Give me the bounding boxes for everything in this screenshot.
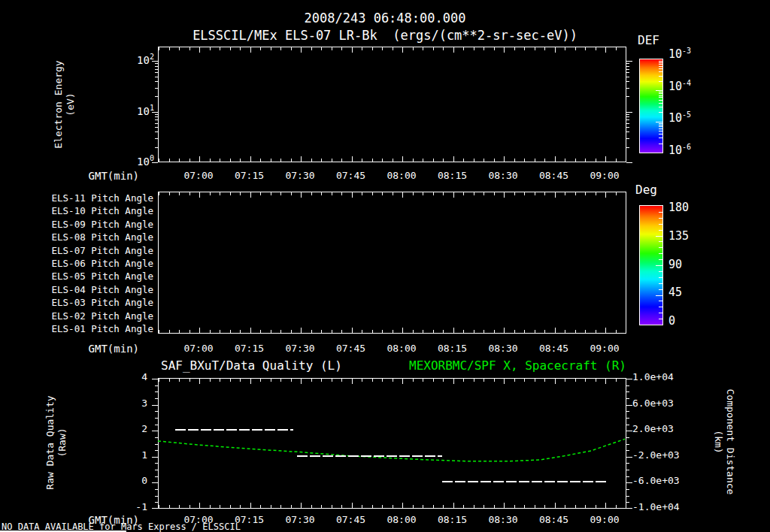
deg-scale-label: 90	[668, 258, 682, 271]
x-tick-mark	[271, 379, 271, 382]
x-tick-mark	[565, 192, 565, 195]
x-tick-mark	[484, 330, 484, 333]
x-tick-mark	[575, 505, 576, 508]
x-tick-mark	[585, 379, 586, 382]
x-tick-mark	[301, 328, 302, 333]
x-tick-mark	[341, 192, 342, 195]
y-tick-mark	[155, 138, 158, 139]
x-tick-mark	[433, 379, 434, 382]
x-tick-mark	[443, 47, 444, 50]
x-tick-mark	[280, 379, 281, 382]
time-tick-label: 08:45	[539, 170, 568, 181]
x-tick-mark	[311, 379, 312, 382]
timestamp-title: 2008/243 06:48:00.000	[0, 11, 770, 26]
colorbar-tick-mark	[656, 236, 662, 237]
x-tick-mark	[210, 192, 211, 195]
x-tick-mark	[280, 192, 281, 195]
y-tick-mark	[626, 147, 629, 148]
x-tick-mark	[189, 159, 190, 162]
time-tick-label: 08:15	[438, 343, 467, 354]
x-tick-mark	[189, 330, 190, 333]
x-tick-mark	[585, 192, 586, 195]
y-tick-mark	[155, 476, 158, 477]
x-tick-mark	[463, 505, 464, 508]
x-tick-mark	[596, 379, 596, 382]
x-tick-mark	[189, 47, 190, 50]
pitch-row-label: ELS-10 Pitch Angle	[52, 205, 153, 216]
x-tick-mark	[484, 159, 484, 162]
quality-axis-title: Raw Data Quality (Raw)	[44, 360, 68, 525]
x-tick-mark	[382, 47, 383, 50]
x-tick-mark	[179, 505, 180, 508]
quality-segment	[175, 429, 294, 431]
x-tick-mark	[301, 192, 302, 198]
y-tick-mark	[626, 61, 632, 62]
time-tick-label: 09:00	[590, 514, 619, 525]
time-tick-label: 08:45	[539, 514, 568, 525]
y-tick-mark	[152, 508, 158, 509]
x-tick-mark	[433, 47, 434, 50]
distance-tick-label: 1.0e+04	[632, 371, 674, 382]
x-tick-mark	[220, 159, 220, 162]
x-tick-mark	[341, 379, 342, 382]
distance-tick-label: -2.0e+03	[632, 449, 680, 461]
x-tick-mark	[250, 156, 251, 162]
colorbar-tick-mark	[659, 128, 662, 129]
x-tick-mark	[484, 47, 484, 50]
time-tick-label: 08:30	[488, 514, 517, 525]
x-tick-mark	[271, 47, 271, 50]
time-tick-label: 07:15	[235, 343, 264, 354]
x-tick-mark	[301, 47, 302, 53]
y-tick-mark	[155, 444, 158, 445]
x-tick-mark	[271, 159, 271, 162]
colorbar-tick-mark	[659, 66, 662, 67]
colorbar-tick-mark	[656, 295, 662, 296]
colorbar-tick-mark	[656, 265, 662, 266]
y-tick-mark	[152, 405, 158, 406]
x-tick-mark	[332, 505, 332, 508]
x-tick-mark	[220, 379, 220, 382]
x-tick-mark	[494, 330, 495, 333]
exponent: -6	[682, 143, 691, 151]
colorbar-tick-mark	[659, 138, 662, 138]
y-tick-mark	[155, 385, 158, 386]
x-tick-mark	[362, 330, 362, 333]
distance-tick-label: -6.0e+03	[632, 475, 680, 486]
x-tick-mark	[321, 47, 322, 50]
x-tick-mark	[514, 47, 515, 50]
time-tick-label: 07:45	[336, 514, 365, 525]
energy-tick-label: 101	[137, 104, 154, 117]
x-tick-mark	[352, 47, 353, 53]
x-tick-mark	[230, 47, 231, 50]
x-tick-mark	[575, 47, 576, 50]
y-tick-mark	[155, 66, 158, 67]
distance-tick-label: 6.0e+03	[632, 397, 674, 409]
time-tick-label: 07:00	[183, 170, 213, 181]
x-tick-mark	[535, 192, 535, 195]
x-tick-mark	[220, 192, 220, 195]
colorbar-tick-mark	[656, 90, 662, 91]
x-tick-mark	[372, 192, 373, 195]
pitch-row-label: ELS-02 Pitch Angle	[52, 310, 153, 322]
x-tick-mark	[605, 47, 606, 53]
y-tick-mark	[155, 96, 158, 97]
x-tick-mark	[413, 192, 414, 195]
x-tick-mark	[575, 192, 576, 195]
energy-axis-title-line1: Electron Energy	[53, 22, 65, 187]
y-tick-mark	[155, 147, 158, 148]
x-tick-mark	[524, 47, 525, 50]
exponent: -5	[682, 110, 691, 119]
x-tick-mark	[605, 156, 606, 162]
colorbar-tick-mark	[659, 247, 662, 248]
x-tick-mark	[484, 379, 484, 382]
x-tick-mark	[616, 159, 617, 162]
colorbar-tick-mark	[659, 68, 662, 69]
x-tick-mark	[443, 379, 444, 382]
x-tick-mark	[585, 47, 586, 50]
x-tick-mark	[626, 330, 626, 333]
x-tick-mark	[372, 159, 373, 162]
x-tick-mark	[463, 47, 464, 50]
x-tick-mark	[240, 330, 241, 333]
x-tick-mark	[575, 330, 576, 333]
y-tick-mark	[155, 69, 158, 70]
